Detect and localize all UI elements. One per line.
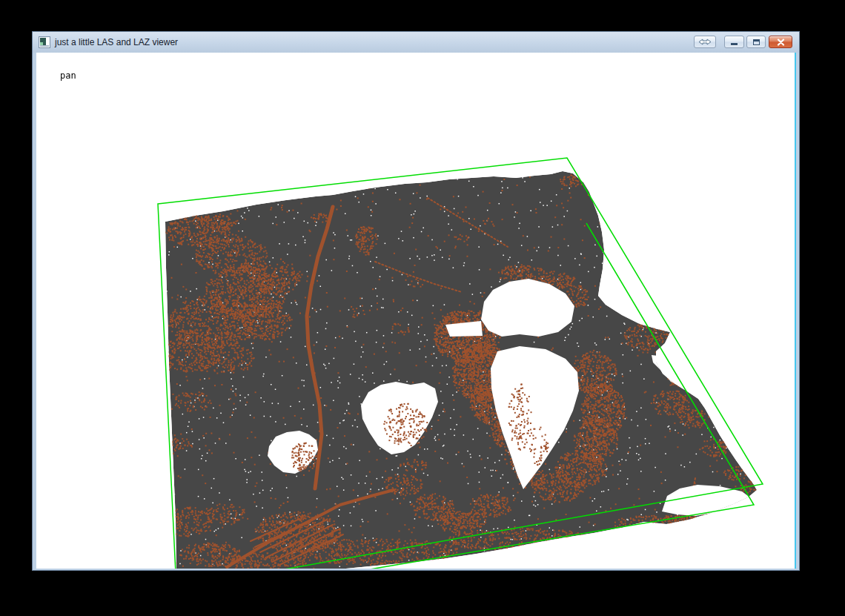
- edge-artifact-line: [795, 53, 796, 569]
- minimize-icon: [731, 43, 738, 45]
- viewer-viewport: pan: [36, 53, 795, 569]
- maximize-icon: [753, 39, 760, 45]
- titlebar[interactable]: just a little LAS and LAZ viewer: [33, 32, 799, 53]
- maximize-button[interactable]: [746, 36, 766, 48]
- interaction-mode-label: pan: [60, 70, 76, 81]
- close-button[interactable]: [769, 36, 792, 48]
- application-window: just a little LAS and LAZ viewer pan: [32, 31, 800, 571]
- window-title: just a little LAS and LAZ viewer: [55, 37, 178, 47]
- double-arrow-icon: [698, 39, 712, 45]
- close-icon: [777, 39, 785, 46]
- point-cloud-canvas[interactable]: [36, 53, 795, 569]
- lasview-app-icon: [39, 36, 50, 48]
- resize-horizontal-button[interactable]: [694, 36, 716, 48]
- screen-background: { "window": { "title": "just a little LA…: [0, 0, 845, 616]
- minimize-button[interactable]: [724, 36, 744, 48]
